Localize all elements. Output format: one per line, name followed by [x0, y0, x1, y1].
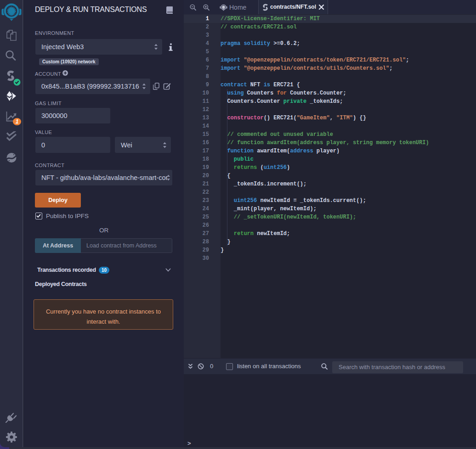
svg-text:1: 1	[16, 118, 19, 125]
